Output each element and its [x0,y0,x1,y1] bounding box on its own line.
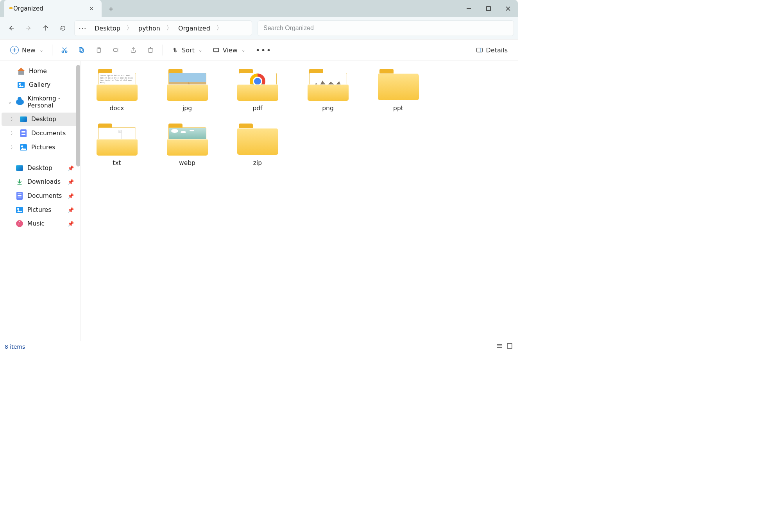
delete-button[interactable] [143,44,158,56]
rename-button[interactable] [109,44,123,56]
svg-rect-15 [114,48,117,51]
sidebar-qa-desktop[interactable]: Desktop 📌 [2,161,78,175]
separator [163,45,163,56]
sidebar-item-documents[interactable]: 〉 Documents [2,126,78,140]
copy-button[interactable] [74,44,89,56]
pin-icon: 📌 [68,207,74,213]
search-box[interactable] [258,20,514,36]
sidebar-item-pictures[interactable]: 〉 Pictures [2,141,78,154]
sidebar-item-label: Kimkorng - Personal [28,95,74,109]
new-tab-button[interactable]: ＋ [102,4,120,14]
scrollbar-thumb[interactable] [76,65,80,167]
sidebar-item-label: Desktop [31,116,56,123]
breadcrumb-bar[interactable]: ⋯ Desktop 〉 python 〉 Organized 〉 [74,20,252,36]
breadcrumb-python[interactable]: python [135,23,163,34]
chevron-down-icon: ⌄ [242,47,245,53]
sidebar-qa-pictures[interactable]: Pictures 📌 [2,203,78,217]
nav-refresh-button[interactable] [55,21,70,36]
nav-forward-button[interactable] [21,21,36,36]
folder-docx[interactable]: Lorem ipsum dolor sit amet consec adip e… [91,69,142,112]
view-button[interactable]: View ⌄ [209,44,249,56]
svg-rect-12 [79,48,82,52]
folder-label: png [322,105,334,112]
chevron-right-icon[interactable]: 〉 [10,130,16,137]
folder-webp[interactable]: webp [162,124,213,167]
pin-icon: 📌 [68,193,74,199]
sidebar-item-desktop[interactable]: 〉 Desktop [2,113,78,126]
minimize-button[interactable] [459,0,479,17]
folder-png[interactable]: png [302,69,353,112]
chevron-right-icon[interactable]: 〉 [10,144,16,151]
folder-grid: Lorem ipsum dolor sit amet consec adip e… [91,69,507,167]
new-label: New [22,47,36,54]
pin-icon: 📌 [68,179,74,185]
sidebar-item-label: Documents [31,130,66,137]
sidebar-item-label: Documents [27,192,62,199]
folder-label: webp [179,159,195,167]
details-pane-button[interactable]: Details [472,44,512,56]
home-icon [17,68,25,75]
more-button[interactable]: ••• [252,45,276,55]
folder-txt[interactable]: txt [91,124,142,167]
sidebar-qa-documents[interactable]: Documents 📌 [2,189,78,203]
chevron-right-icon[interactable]: 〉 [10,116,16,123]
pin-icon: 📌 [68,221,74,227]
maximize-button[interactable] [479,0,498,17]
view-mode-grid-button[interactable] [506,342,513,351]
share-button[interactable] [126,44,141,56]
svg-rect-22 [476,48,482,52]
folder-icon [167,124,208,156]
search-input[interactable] [258,25,514,32]
address-bar: ⋯ Desktop 〉 python 〉 Organized 〉 [0,17,518,39]
pictures-icon [20,144,27,150]
status-bar: 8 items [0,341,518,352]
folder-icon [308,69,349,101]
svg-rect-17 [149,48,152,52]
sort-button[interactable]: Sort ⌄ [168,44,206,56]
nav-up-button[interactable] [38,21,53,36]
chevron-down-icon[interactable]: ⌄ [8,99,12,105]
folder-pdf[interactable]: pdf [232,69,283,112]
downloads-icon [16,178,23,185]
separator [12,158,75,158]
breadcrumb-organized[interactable]: Organized [175,23,213,34]
sidebar-qa-music[interactable]: Music 📌 [2,217,78,230]
tab-title: Organized [13,5,43,12]
toolbar: + New ⌄ Sort ⌄ View ⌄ ••• Details [0,39,518,61]
sort-label: Sort [182,47,195,54]
chevron-right-icon: 〉 [166,25,173,32]
pictures-icon [16,207,23,213]
onedrive-icon [16,99,24,105]
folder-zip[interactable]: zip [232,124,283,167]
breadcrumb-desktop[interactable]: Desktop [91,23,123,34]
sidebar-item-onedrive[interactable]: ⌄ Kimkorng - Personal [2,92,78,112]
sidebar-item-gallery[interactable]: Gallery [2,78,78,91]
sidebar-item-label: Desktop [27,165,52,172]
folder-ppt[interactable]: ppt [373,69,424,112]
folder-label: jpg [183,105,192,112]
sidebar-item-label: Music [27,220,45,227]
tab-close-button[interactable]: ✕ [87,4,96,13]
sidebar-item-home[interactable]: Home [2,64,78,78]
navigation-pane[interactable]: Home Gallery ⌄ Kimkorng - Personal 〉 Des… [0,61,81,341]
sidebar-qa-downloads[interactable]: Downloads 📌 [2,175,78,188]
sort-icon [172,47,179,54]
view-mode-list-button[interactable] [496,342,503,351]
breadcrumb-overflow[interactable]: ⋯ [79,23,89,33]
details-pane-icon [476,47,483,54]
status-item-count: 8 items [5,344,25,350]
file-list[interactable]: Lorem ipsum dolor sit amet consec adip e… [81,61,518,341]
folder-icon [378,69,419,101]
folder-label: ppt [393,105,403,112]
tab-active[interactable]: Organized ✕ [4,0,102,17]
documents-icon [16,192,23,200]
nav-back-button[interactable] [4,21,19,36]
close-window-button[interactable] [498,0,518,17]
folder-icon [167,69,208,101]
new-button[interactable]: + New ⌄ [6,43,47,57]
chevron-down-icon: ⌄ [199,47,202,53]
cut-button[interactable] [57,44,72,56]
folder-jpg[interactable]: jpg [162,69,213,112]
paste-button[interactable] [91,44,106,56]
chevron-right-icon: 〉 [216,25,223,32]
